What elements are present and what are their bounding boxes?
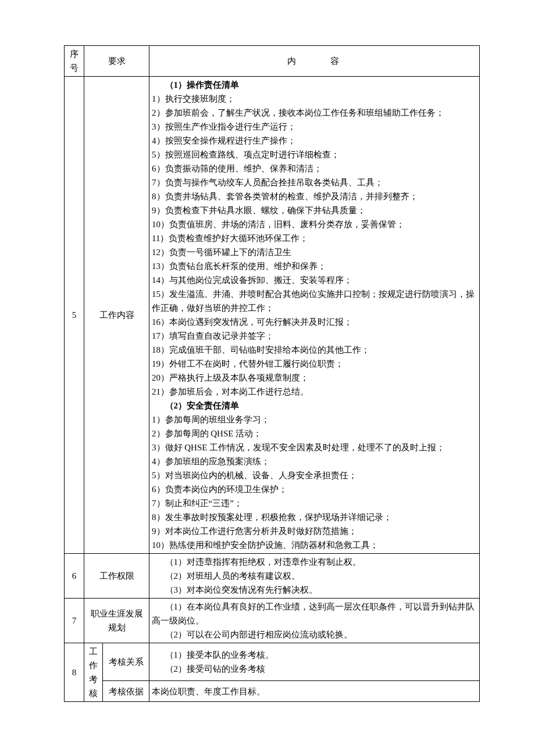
table-row: 8 工作考核 考核关系 （1）接受本队的业务考核。 （2）接受司钻的业务考核: [65, 643, 480, 681]
line: （2）接受司钻的业务考核: [152, 662, 477, 676]
line: （1）对违章指挥有拒绝权，对违章作业有制止权。: [152, 555, 477, 569]
op-item: 20）严格执行上级及本队各项规章制度；: [152, 371, 477, 385]
table-row: 7 职业生涯发展规划 （1）在本岗位具有良好的工作业绩，达到高一层次任职条件，可…: [65, 599, 480, 643]
req-7: 职业生涯发展规划: [84, 599, 149, 643]
req-8-group: 工作考核: [84, 643, 103, 702]
op-item: 15）发生溢流、井涌、井喷时配合其他岗位实施井口控制；按规定进行防喷演习，操作正…: [152, 287, 477, 315]
safe-item: 9）对本岗位工作进行危害分析并及时做好防范措施；: [152, 524, 477, 538]
req-8b: 考核依据: [103, 681, 149, 702]
line: （1）接受本队的业务考核。: [152, 648, 477, 662]
op-item: 14）与其他岗位完成设备拆卸、搬迁、安装等程序；: [152, 273, 477, 287]
safe-item: 3）做好 QHSE 工作情况，发现不安全因素及时处理，处理不了的及时上报；: [152, 440, 477, 454]
line: （1）在本岗位具有良好的工作业绩，达到高一层次任职条件，可以晋升到钻井队高一级岗…: [152, 600, 477, 628]
op-item: 16）本岗位遇到突发情况，可先行解决并及时汇报；: [152, 315, 477, 329]
op-item: 13）负责钻台底长杆泵的使用、维护和保养；: [152, 259, 477, 273]
safe-item: 2）参加每周的 QHSE 活动；: [152, 427, 477, 440]
safe-item: 8）发生事故时按预案处理，积极抢救，保护现场并详细记录；: [152, 510, 477, 524]
safe-item: 4）参加班组的应急预案演练；: [152, 454, 477, 468]
op-item: 21）参加班后会，对本岗工作进行总结。: [152, 385, 477, 399]
op-item: 2）参加班前会，了解生产状况，接收本岗位工作任务和班组辅助工作任务；: [152, 106, 477, 120]
op-item: 8）负责井场钻具、套管各类管材的检查、维护及清洁，并排列整齐；: [152, 189, 477, 203]
op-item: 5）按照巡回检查路线、项点定时进行详细检查；: [152, 148, 477, 162]
op-item: 11）负责检查维护好大循环池环保工作；: [152, 231, 477, 245]
op-item: 1）执行交接班制度；: [152, 92, 477, 106]
op-item: 12）负责一号循环罐上下的清洁卫生: [152, 245, 477, 259]
seq-8: 8: [65, 643, 84, 702]
content-8b: 本岗位职责、年度工作目标。: [149, 681, 480, 702]
req-5: 工作内容: [84, 77, 149, 554]
spec-table: 序号 要求 内 容 5 工作内容 （1）操作责任清单 1）执行交接班制度； 2）…: [64, 45, 480, 702]
content-5: （1）操作责任清单 1）执行交接班制度； 2）参加班前会，了解生产状况，接收本岗…: [149, 77, 480, 554]
req-6: 工作权限: [84, 554, 149, 599]
content-7: （1）在本岗位具有良好的工作业绩，达到高一层次任职条件，可以晋升到钻井队高一级岗…: [149, 599, 480, 643]
safe-item: 6）负责本岗位内的环境卫生保护；: [152, 482, 477, 496]
document-page: 序号 要求 内 容 5 工作内容 （1）操作责任清单 1）执行交接班制度； 2）…: [0, 0, 535, 756]
content-6: （1）对违章指挥有拒绝权，对违章作业有制止权。 （2）对班组人员的考核有建议权。…: [149, 554, 480, 599]
req-8a: 考核关系: [103, 643, 149, 681]
seq-7: 7: [65, 599, 84, 643]
header-req: 要求: [84, 46, 149, 77]
op-title: （1）操作责任清单: [152, 78, 477, 92]
header-seq: 序号: [65, 46, 84, 77]
op-item: 19）外钳工不在岗时，代替外钳工履行岗位职责；: [152, 357, 477, 371]
line: （2）可以在公司内部进行相应岗位流动或轮换。: [152, 628, 477, 642]
op-item: 10）负责值班房、井场的清洁，旧料、废料分类存放，妥善保管；: [152, 217, 477, 231]
safe-item: 7）制止和纠正“三违”；: [152, 496, 477, 510]
line: （3）对本岗位突发情况有先行解决权。: [152, 583, 477, 597]
op-item: 6）负责振动筛的使用、维护、保养和清洁；: [152, 162, 477, 175]
line: （2）对班组人员的考核有建议权。: [152, 569, 477, 583]
op-item: 17）填写自查自改记录并签字；: [152, 329, 477, 343]
safe-item: 5）对当班岗位内的机械、设备、人身安全承担责任；: [152, 468, 477, 482]
op-item: 9）负责检查下井钻具水眼、螺纹，确保下井钻具质量；: [152, 203, 477, 217]
header-content: 内 容: [149, 46, 480, 77]
table-header-row: 序号 要求 内 容: [65, 46, 480, 77]
seq-6: 6: [65, 554, 84, 599]
table-row: 5 工作内容 （1）操作责任清单 1）执行交接班制度； 2）参加班前会，了解生产…: [65, 77, 480, 554]
seq-5: 5: [65, 77, 84, 554]
line: 本岗位职责、年度工作目标。: [152, 685, 477, 698]
safe-item: 10）熟练使用和维护安全防护设施、消防器材和急救工具；: [152, 538, 477, 552]
table-row: 考核依据 本岗位职责、年度工作目标。: [65, 681, 480, 702]
op-item: 18）完成值班干部、司钻临时安排给本岗位的其他工作；: [152, 343, 477, 357]
table-row: 6 工作权限 （1）对违章指挥有拒绝权，对违章作业有制止权。 （2）对班组人员的…: [65, 554, 480, 599]
safe-item: 1）参加每周的班组业务学习；: [152, 413, 477, 427]
op-item: 4）按照安全操作规程进行生产操作；: [152, 134, 477, 148]
op-item: 3）按照生产作业指令进行生产运行；: [152, 120, 477, 134]
safe-title: （2）安全责任清单: [152, 399, 477, 413]
content-8a: （1）接受本队的业务考核。 （2）接受司钻的业务考核: [149, 643, 480, 681]
op-item: 7）负责与操作气动绞车人员配合拴挂吊取各类钻具、工具；: [152, 175, 477, 189]
